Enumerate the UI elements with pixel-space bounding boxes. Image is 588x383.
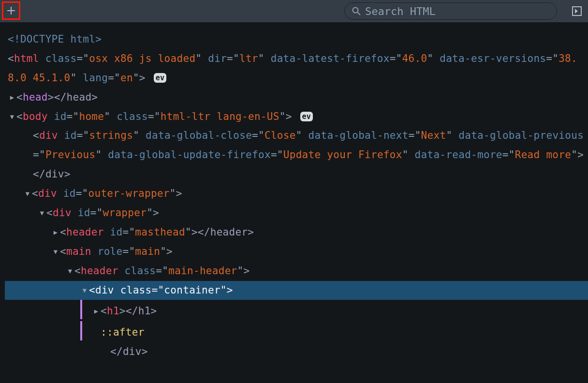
expand-icon bbox=[572, 6, 582, 16]
attr-value: masthead bbox=[135, 226, 185, 238]
attr-name: class bbox=[120, 284, 152, 296]
attr-name: data-read-more bbox=[415, 149, 502, 161]
attr-name: id bbox=[64, 130, 77, 141]
event-badge[interactable]: ev bbox=[300, 112, 313, 121]
tree-row[interactable]: <main role="main"> bbox=[5, 242, 588, 262]
chevron-down-icon[interactable] bbox=[66, 262, 74, 281]
tree-row[interactable]: <div id="strings" data-global-close="Clo… bbox=[5, 126, 588, 184]
chevron-right-icon[interactable] bbox=[51, 223, 60, 242]
attr-name: data-latest-firefox bbox=[271, 53, 390, 64]
tree-row[interactable]: <header id="masthead"></header> bbox=[5, 223, 588, 242]
pseudo-element: ::after bbox=[101, 326, 145, 338]
tree-row[interactable]: <html class="osx x86 js loaded" dir="ltr… bbox=[5, 49, 588, 88]
search-input[interactable] bbox=[365, 5, 550, 17]
tag-name: header bbox=[81, 265, 118, 277]
tree-row[interactable]: <div id="outer-wrapper"> bbox=[5, 184, 588, 204]
markup-tree[interactable]: <!DOCTYPE html> <html class="osx x86 js … bbox=[0, 22, 588, 362]
svg-line-1 bbox=[358, 13, 361, 15]
inspector-toolbar bbox=[0, 0, 588, 22]
attr-name: data-global-previous bbox=[458, 130, 584, 141]
attr-value: ltr bbox=[239, 53, 258, 64]
search-container[interactable] bbox=[344, 2, 557, 20]
attr-value: container bbox=[164, 284, 220, 296]
tag-name: html bbox=[14, 53, 39, 64]
tag-name: h1 bbox=[107, 305, 119, 317]
doctype-text: <!DOCTYPE html> bbox=[8, 33, 102, 45]
tree-row[interactable]: </div> bbox=[5, 342, 588, 362]
attr-name: class bbox=[125, 265, 156, 277]
attr-value: main bbox=[135, 246, 160, 257]
attr-value: Next bbox=[421, 130, 446, 141]
attr-value: home bbox=[79, 111, 104, 122]
tag-name: head bbox=[23, 91, 48, 103]
attr-value: Update your Firefox bbox=[283, 149, 402, 161]
attr-value: 46.0 bbox=[402, 53, 427, 64]
tag-name: body bbox=[23, 111, 48, 122]
attr-name: id bbox=[78, 207, 90, 219]
tree-row[interactable]: <head></head> bbox=[5, 88, 588, 107]
tree-row[interactable]: ::after bbox=[5, 321, 588, 342]
chevron-down-icon[interactable] bbox=[38, 204, 46, 223]
tree-row[interactable]: <div id="wrapper"> bbox=[5, 204, 588, 223]
attr-name: id bbox=[63, 188, 76, 199]
attr-value: osx x86 js loaded bbox=[89, 53, 195, 64]
tag-name: div bbox=[53, 207, 72, 219]
attr-name: data-global-close bbox=[146, 130, 252, 141]
chevron-down-icon[interactable] bbox=[8, 107, 16, 127]
attr-name: id bbox=[54, 111, 67, 122]
tree-row-selected[interactable]: <div class="container"> bbox=[5, 281, 588, 300]
close-tag: </div> bbox=[110, 346, 148, 357]
attr-name: dir bbox=[208, 53, 227, 64]
chevron-right-icon[interactable] bbox=[8, 88, 16, 107]
attr-value: main-header bbox=[168, 265, 237, 277]
chevron-down-icon[interactable] bbox=[51, 242, 60, 262]
tag-name: header bbox=[66, 226, 104, 238]
tag-name: div bbox=[38, 188, 57, 199]
attr-value: Previous bbox=[45, 149, 96, 161]
tree-row[interactable]: <h1></h1> bbox=[5, 300, 588, 321]
attr-value: en bbox=[120, 72, 133, 84]
attr-value: strings bbox=[89, 130, 133, 141]
chevron-right-icon[interactable] bbox=[92, 302, 101, 321]
attr-value: Close bbox=[265, 130, 296, 141]
chevron-down-icon[interactable] bbox=[80, 281, 89, 300]
tree-row[interactable]: <!DOCTYPE html> bbox=[5, 30, 588, 49]
plus-icon bbox=[6, 6, 16, 15]
chevron-down-icon[interactable] bbox=[23, 184, 32, 204]
indent-guide bbox=[80, 300, 82, 319]
attr-name: id bbox=[110, 226, 123, 238]
attr-value: outer-wrapper bbox=[88, 188, 170, 199]
attr-name: role bbox=[98, 246, 123, 257]
tree-row[interactable]: <header class="main-header"> bbox=[5, 262, 588, 281]
attr-name: data-esr-versions bbox=[440, 53, 546, 64]
tree-row[interactable]: <body id="home" class="html-ltr lang-en-… bbox=[5, 107, 588, 127]
attr-name: lang bbox=[83, 72, 108, 84]
attr-name: class bbox=[45, 53, 77, 64]
attr-value: Read more bbox=[515, 149, 572, 161]
bracket: < bbox=[8, 53, 14, 64]
add-node-button[interactable] bbox=[2, 1, 20, 20]
search-icon bbox=[352, 6, 361, 16]
attr-value: html-ltr lang-en-US bbox=[161, 111, 279, 122]
expand-panel-button[interactable] bbox=[570, 4, 584, 18]
attr-name: data-global-next bbox=[309, 130, 409, 141]
attr-name: class bbox=[117, 111, 148, 122]
svg-point-0 bbox=[353, 8, 358, 13]
attr-value: wrapper bbox=[103, 207, 147, 219]
indent-guide bbox=[80, 321, 82, 340]
event-badge[interactable]: ev bbox=[154, 73, 167, 83]
tag-name: div bbox=[95, 284, 114, 296]
attr-name: data-global-update-firefox bbox=[108, 149, 271, 161]
tag-name: div bbox=[39, 130, 58, 141]
tag-name: main bbox=[66, 246, 91, 257]
